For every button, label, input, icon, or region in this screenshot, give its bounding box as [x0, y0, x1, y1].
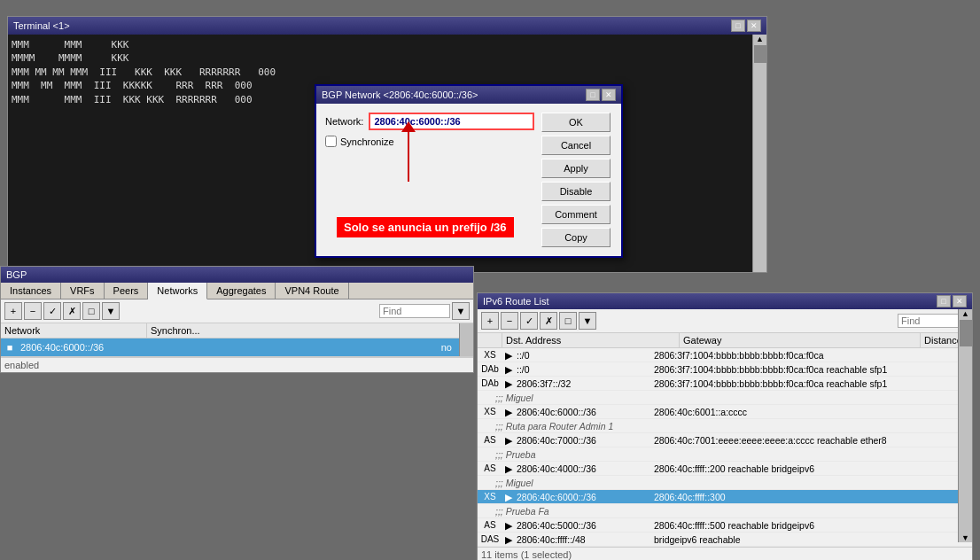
col-type	[478, 333, 502, 347]
terminal-controls: □ ✕	[731, 19, 761, 32]
bgp-panel-title: BGP	[6, 269, 27, 280]
row-type-3: DAb	[478, 377, 502, 389]
terminal-close-btn[interactable]: ✕	[747, 19, 761, 32]
col-dst-address: Dst. Address	[502, 333, 680, 347]
ipv6-row-9[interactable]: DAS ▶ 2806:40c:ffff::/48 bridgeipv6 reac…	[478, 533, 972, 547]
dropdown-btn[interactable]: ▼	[452, 302, 470, 320]
bgp-table-header: Network Synchron...	[1, 323, 459, 338]
bgp-table: Network Synchron... ■ 2806:40c:6000::/36…	[1, 323, 473, 357]
row-dst-4: 2806:40c:6000::/36	[515, 406, 652, 418]
disable-btn[interactable]: ✗	[63, 302, 81, 320]
tab-peers[interactable]: Peers	[105, 283, 149, 299]
row-arrow-3: ▶	[502, 378, 515, 389]
row-gw-8: 2806:40c:ffff::500 reachable bridgeipv6	[652, 519, 921, 532]
comment-text-5: ;;; Prueba Fa	[495, 506, 549, 517]
ipv6-disable-btn[interactable]: ✗	[540, 312, 557, 330]
scroll-up-arrow[interactable]: ▲	[753, 35, 766, 43]
row-gw-9: bridgeipv6 reachable	[652, 533, 921, 546]
ipv6-dialog-controls: □ ✕	[937, 295, 967, 307]
terminal-title: Terminal <1>	[13, 20, 70, 31]
ipv6-enable-btn[interactable]: ✓	[520, 312, 538, 330]
ok-button[interactable]: OK	[541, 113, 611, 132]
row-type-4: XS	[478, 406, 502, 417]
row-dst-8: 2806:40c:5000::/36	[515, 519, 652, 532]
row-gw-4: 2806:40c:6001::a:cccc	[652, 406, 921, 418]
ipv6-panel: IPv6 Route List □ ✕ + − ✓ ✗ □ ▼ Dst. Add…	[477, 292, 973, 560]
row-type-7: XS	[478, 491, 502, 502]
bgp-dialog-body: Network: Synchronize OK Cancel Apply Dis…	[316, 104, 621, 256]
ipv6-scroll-up[interactable]: ▲	[959, 309, 972, 318]
ipv6-title: IPv6 Route List	[483, 296, 549, 307]
bgp-status: enabled	[1, 357, 473, 372]
synchronize-checkbox[interactable]	[325, 136, 337, 147]
bgp-dialog-left-panel: Network: Synchronize	[325, 113, 534, 247]
bgp-find-input[interactable]	[379, 304, 450, 318]
bgp-network-dialog: BGP Network <2806:40c:6000::/36> □ ✕ Net…	[315, 84, 623, 258]
bgp-dialog-title: BGP Network <2806:40c:6000::/36>	[322, 89, 478, 100]
row-status-icon: ■	[3, 340, 17, 354]
network-row: Network:	[325, 113, 534, 130]
row-dst-6: 2806:40c:4000::/36	[515, 463, 652, 475]
enable-btn[interactable]: ✓	[43, 302, 61, 320]
ipv6-restore-btn[interactable]: □	[937, 295, 951, 307]
ipv6-row-2[interactable]: DAb ▶ ::/0 2806:3f7:1004:bbbb:bbbb:bbbb:…	[478, 362, 972, 377]
disable-button[interactable]: Disable	[541, 182, 611, 201]
ipv6-rows: XS ▶ ::/0 2806:3f7:1004:bbbb:bbbb:bbbb:f…	[478, 348, 972, 547]
col-network: Network	[1, 323, 147, 338]
tab-networks[interactable]: Networks	[148, 283, 207, 299]
remove-btn[interactable]: −	[24, 302, 42, 320]
row-dst-1: ::/0	[515, 349, 652, 362]
row-dst-9: 2806:40c:ffff::/48	[515, 533, 652, 546]
row-type-2: DAb	[478, 363, 502, 375]
tab-instances[interactable]: Instances	[1, 283, 61, 299]
terminal-scrollbar[interactable]: ▲	[752, 35, 766, 272]
network-label: Network:	[325, 116, 363, 127]
terminal-restore-btn[interactable]: □	[731, 19, 745, 32]
ipv6-row-8[interactable]: AS ▶ 2806:40c:5000::/36 2806:40c:ffff::5…	[478, 518, 972, 533]
ipv6-settings-btn[interactable]: □	[559, 312, 577, 330]
settings-btn[interactable]: □	[82, 302, 100, 320]
bgp-table-row[interactable]: ■ 2806:40c:6000::/36 no	[1, 338, 459, 356]
tab-vrfs[interactable]: VRFs	[61, 283, 105, 299]
bgp-dialog-right-panel: OK Cancel Apply Disable Comment Copy	[541, 113, 612, 247]
ipv6-scrollbar[interactable]: ▲ ▼	[958, 309, 972, 542]
row-arrow-6: ▶	[502, 463, 515, 474]
row-gw-1: 2806:3f7:1004:bbbb:bbbb:bbbb:f0ca:f0ca	[652, 349, 921, 362]
ipv6-comment-3: ;;; Prueba	[478, 447, 972, 462]
ipv6-row-1[interactable]: XS ▶ ::/0 2806:3f7:1004:bbbb:bbbb:bbbb:f…	[478, 348, 972, 362]
copy-button[interactable]: Copy	[541, 228, 611, 247]
bgp-panel: BGP Instances VRFs Peers Networks Aggreg…	[0, 266, 474, 373]
ipv6-row-3[interactable]: DAb ▶ 2806:3f7::/32 2806:3f7:1004:bbbb:b…	[478, 377, 972, 391]
bgp-dialog-restore-btn[interactable]: □	[586, 89, 600, 101]
ipv6-filter-btn[interactable]: ▼	[579, 312, 596, 330]
ipv6-scroll-thumb[interactable]	[960, 320, 972, 346]
ipv6-row-7[interactable]: XS ▶ 2806:40c:6000::/36 2806:40c:ffff::3…	[478, 490, 972, 504]
terminal-scroll-thumb[interactable]	[754, 45, 766, 63]
ipv6-row-4[interactable]: XS ▶ 2806:40c:6000::/36 2806:40c:6001::a…	[478, 405, 972, 419]
tab-aggregates[interactable]: Aggregates	[207, 283, 276, 299]
bgp-table-scrollbar[interactable]	[459, 323, 473, 356]
bgp-dialog-close-btn[interactable]: ✕	[602, 89, 616, 101]
cancel-button[interactable]: Cancel	[541, 136, 611, 155]
synchronize-label: Synchronize	[340, 136, 394, 147]
row-type-1: XS	[478, 349, 502, 361]
row-sync-value: no	[439, 340, 459, 354]
ipv6-scroll-down[interactable]: ▼	[959, 533, 972, 542]
ipv6-titlebar: IPv6 Route List □ ✕	[478, 293, 972, 309]
terminal-titlebar: Terminal <1> □ ✕	[8, 17, 766, 35]
network-input[interactable]	[369, 113, 534, 130]
ipv6-row-6[interactable]: AS ▶ 2806:40c:4000::/36 2806:40c:ffff::2…	[478, 462, 972, 476]
add-btn[interactable]: +	[4, 302, 22, 320]
comment-button[interactable]: Comment	[541, 205, 611, 224]
tab-vpn4route[interactable]: VPN4 Route	[276, 283, 348, 299]
bgp-panel-titlebar: BGP	[1, 267, 473, 283]
ipv6-comment-4: ;;; Miguel	[478, 476, 972, 490]
ipv6-remove-btn[interactable]: −	[501, 312, 518, 330]
ipv6-add-btn[interactable]: +	[481, 312, 499, 330]
ipv6-close-btn[interactable]: ✕	[953, 295, 967, 307]
filter-btn[interactable]: ▼	[102, 302, 120, 320]
apply-button[interactable]: Apply	[541, 159, 611, 178]
bgp-dialog-controls: □ ✕	[586, 89, 616, 101]
bgp-toolbar: + − ✓ ✗ □ ▼ ▼	[1, 299, 473, 323]
ipv6-row-5[interactable]: AS ▶ 2806:40c:7000::/36 2806:40c:7001:ee…	[478, 433, 972, 447]
